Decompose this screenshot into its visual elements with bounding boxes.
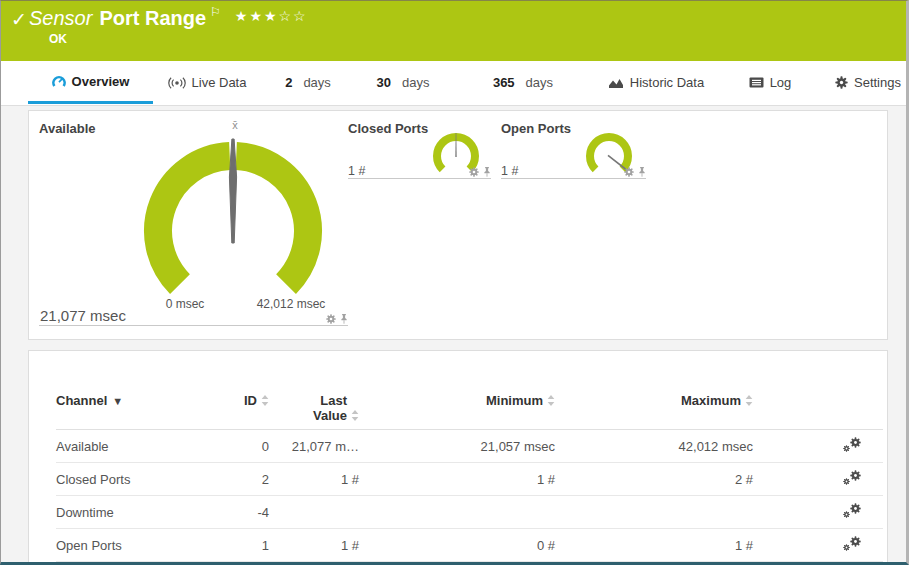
tab-2-days[interactable]: 2days (275, 61, 341, 104)
sensor-status-header: ✓ SensorPort Range⚐★★★☆☆ OK (1, 1, 906, 61)
stars-filled[interactable]: ★★★ (235, 8, 279, 24)
channel-settings-gears-icon[interactable] (843, 536, 861, 551)
ok-check-icon: ✓ (11, 8, 27, 31)
sort-icon (351, 410, 359, 421)
object-kind-label: Sensor (29, 7, 92, 29)
channel-name[interactable]: Open Ports (56, 529, 241, 562)
gauge-divider (501, 178, 646, 179)
prtg-sensor-window: ✓ SensorPort Range⚐★★★☆☆ OK Overview Liv… (0, 0, 909, 565)
tab-label: Settings (854, 75, 901, 90)
tab-overview[interactable]: Overview (28, 61, 153, 104)
channel-name[interactable]: Closed Ports (56, 463, 241, 496)
tab-label: Live Data (192, 75, 247, 90)
pin-icon[interactable] (483, 167, 491, 177)
tab-number: 365 (493, 75, 515, 90)
sort-descending-icon: ▼ (112, 395, 123, 407)
log-icon (749, 77, 764, 88)
gauge-available-value: 21,077 msec (40, 307, 126, 324)
tab-historic-data[interactable]: Historic Data (587, 61, 725, 104)
tab-365-days[interactable]: 365days (481, 61, 565, 104)
tab-bar: Overview Live Data 2days 30days 365days … (1, 61, 906, 106)
gauge-icon (52, 75, 66, 88)
channel-maximum: 42,012 msec (555, 430, 753, 463)
gauge-closed-ports-label: Closed Ports (348, 121, 428, 136)
channel-settings-gears-icon[interactable] (843, 437, 861, 452)
channel-row-closed-ports[interactable]: Closed Ports 2 1 # 1 # 2 # (56, 463, 883, 496)
priority-flag-icon[interactable]: ⚐ (210, 5, 221, 19)
sort-icon (745, 395, 753, 406)
gear-icon (835, 76, 848, 89)
tab-30-days[interactable]: 30days (365, 61, 441, 104)
channels-panel: Channel▼ ID Last Value Minimum Maximum A… (28, 350, 888, 565)
tab-label: Historic Data (630, 75, 704, 90)
channel-maximum (555, 496, 753, 529)
gauge-divider (348, 178, 491, 179)
overview-content: Available x̄ 0 msec 42,012 msec 21,077 m… (1, 106, 906, 563)
channel-last-value: 1 # (269, 463, 359, 496)
channel-name[interactable]: Available (56, 430, 241, 463)
available-gauge (133, 131, 333, 301)
pin-icon[interactable] (638, 167, 646, 177)
priority-stars[interactable]: ★★★☆☆ (235, 8, 308, 24)
gauge-min-label: 0 msec (145, 297, 225, 311)
channel-row-downtime[interactable]: Downtime -4 (56, 496, 883, 529)
gauge-closed-ports-value: 1 # (348, 164, 365, 178)
channel-id: 2 (241, 463, 269, 496)
tab-number: 2 (285, 75, 292, 90)
page-title: Port Range (99, 7, 206, 29)
channel-maximum: 2 # (555, 463, 753, 496)
channel-last-value (269, 496, 359, 529)
column-header-id[interactable]: ID (241, 391, 269, 430)
tab-label: days (402, 75, 429, 90)
column-header-last-value[interactable]: Last Value (269, 391, 359, 430)
gauge-divider (39, 325, 348, 326)
tab-number: 30 (377, 75, 391, 90)
stars-empty[interactable]: ☆☆ (278, 8, 307, 24)
status-badge: OK (49, 32, 67, 46)
sort-icon (261, 395, 269, 406)
channel-name[interactable]: Downtime (56, 496, 241, 529)
pin-icon[interactable] (340, 314, 348, 324)
gauge-open-ports-value: 1 # (501, 164, 518, 178)
channel-minimum (359, 496, 555, 529)
channel-settings-gears-icon[interactable] (843, 470, 861, 485)
tab-log[interactable]: Log (740, 61, 800, 104)
tab-label: Overview (72, 74, 130, 89)
channel-last-value: 1 # (269, 529, 359, 562)
channel-row-open-ports[interactable]: Open Ports 1 1 # 0 # 1 # (56, 529, 883, 562)
gauge-needle (229, 139, 236, 243)
channel-settings-gear-icon[interactable] (469, 167, 479, 177)
broadcast-icon (168, 77, 186, 89)
channel-table: Channel▼ ID Last Value Minimum Maximum A… (56, 391, 883, 562)
gauge-open-ports-actions (608, 167, 646, 177)
tab-label: days (526, 75, 553, 90)
column-header-settings (753, 391, 883, 430)
sort-icon (547, 395, 555, 406)
area-chart-icon (608, 77, 624, 89)
gauge-available-actions (309, 314, 348, 324)
channel-id: -4 (241, 496, 269, 529)
column-header-maximum[interactable]: Maximum (555, 391, 753, 430)
gauges-panel: Available x̄ 0 msec 42,012 msec 21,077 m… (28, 110, 888, 340)
tab-label: days (303, 75, 330, 90)
sensor-title-line: SensorPort Range⚐★★★☆☆ (29, 5, 308, 30)
gauge-mean-marker: x̄ (220, 119, 250, 131)
tab-label: Log (770, 75, 792, 90)
channel-minimum: 0 # (359, 529, 555, 562)
channel-settings-gear-icon[interactable] (326, 314, 336, 324)
channel-minimum: 1 # (359, 463, 555, 496)
gauge-open-ports-label: Open Ports (501, 121, 571, 136)
channel-row-available[interactable]: Available 0 21,077 m… 21,057 msec 42,012… (56, 430, 883, 463)
gauge-available-label: Available (39, 121, 96, 136)
channel-id: 0 (241, 430, 269, 463)
channel-id: 1 (241, 529, 269, 562)
channel-settings-gear-icon[interactable] (624, 167, 634, 177)
column-header-minimum[interactable]: Minimum (359, 391, 555, 430)
tab-settings[interactable]: Settings (828, 61, 908, 104)
channel-last-value: 21,077 m… (269, 430, 359, 463)
channel-settings-gears-icon[interactable] (843, 503, 861, 518)
column-header-channel[interactable]: Channel▼ (56, 391, 241, 430)
channel-table-header-row: Channel▼ ID Last Value Minimum Maximum (56, 391, 883, 430)
tab-live-data[interactable]: Live Data (151, 61, 263, 104)
channel-minimum: 21,057 msec (359, 430, 555, 463)
